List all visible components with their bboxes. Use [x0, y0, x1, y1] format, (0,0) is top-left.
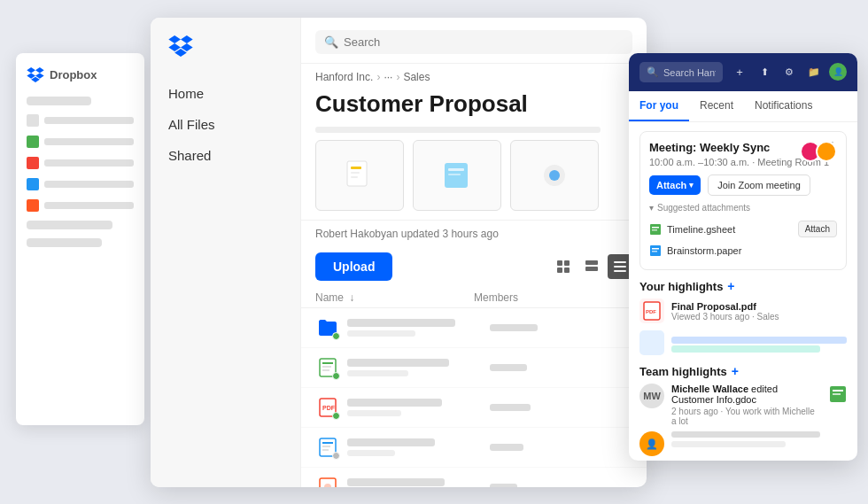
svg-rect-35: [652, 251, 657, 252]
breadcrumb-folder[interactable]: Sales: [403, 71, 430, 83]
plus-icon[interactable]: +: [730, 63, 749, 82]
sidebar-item-shared[interactable]: Shared: [151, 140, 300, 171]
status-dot: [332, 332, 340, 340]
svg-point-8: [549, 170, 560, 181]
highlight-bar-item: [639, 330, 847, 355]
search-input[interactable]: [344, 35, 624, 49]
svg-rect-25: [322, 442, 333, 444]
attachment-1-name: Timeline.gsheet: [667, 224, 735, 235]
folder-icon[interactable]: 📁: [804, 63, 824, 82]
preview-files: [301, 127, 647, 221]
right-search-input[interactable]: [663, 67, 716, 78]
bg-row-4: [27, 178, 134, 190]
your-highlights-title: Your highlights +: [639, 279, 847, 293]
file-members: [490, 324, 558, 331]
col-name-header[interactable]: Name ↓: [315, 291, 474, 304]
right-search-wrap[interactable]: 🔍: [639, 62, 723, 82]
team-highlights-title: Team highlights +: [639, 364, 847, 378]
main-panel: Home All Files Shared 🔍 Hanford Inc. › ·…: [151, 18, 647, 487]
bg-row-1: [27, 114, 134, 127]
content-area: 🔍 Hanford Inc. › ··· › Sales Customer Pr…: [301, 18, 647, 487]
join-zoom-button[interactable]: Join Zoom meeting: [708, 174, 810, 196]
svg-rect-31: [652, 227, 659, 229]
right-panel: 🔍 + ⬆ ⚙ 📁 👤 For you Recent Notifications…: [629, 53, 857, 461]
table-row[interactable]: PDF: [301, 388, 647, 428]
avatar-2: [816, 141, 837, 162]
tab-recent[interactable]: Recent: [689, 91, 744, 121]
background-panel: Dropbox: [16, 53, 144, 425]
team-highlight-item-1[interactable]: MW Michelle Wallace edited Customer Info…: [639, 384, 847, 426]
settings-icon[interactable]: ⚙: [779, 63, 799, 82]
table-header: Name ↓ Members: [301, 288, 647, 308]
svg-rect-9: [557, 260, 562, 266]
right-search-icon: 🔍: [647, 66, 659, 78]
attach-button[interactable]: Attach ▾: [649, 175, 701, 195]
svg-rect-11: [557, 268, 562, 273]
svg-rect-10: [564, 260, 570, 266]
sidebar-item-all-files[interactable]: All Files: [151, 109, 300, 140]
search-bar-container: 🔍: [301, 18, 647, 64]
svg-rect-26: [322, 446, 330, 447]
file-info: [347, 399, 483, 416]
share-icon[interactable]: ⬆: [755, 63, 774, 82]
your-highlights-plus[interactable]: +: [727, 279, 734, 293]
highlight-folder-icon: [639, 330, 664, 355]
tab-for-you[interactable]: For you: [629, 91, 689, 121]
svg-text:PDF: PDF: [322, 405, 336, 411]
file-icon-doc: [315, 435, 340, 460]
file-icon-pdf: PDF: [315, 395, 340, 420]
preview-card-2[interactable]: [413, 140, 501, 211]
highlight-bars: [671, 333, 847, 353]
team-text-bar: [671, 431, 820, 438]
bg-dropbox-logo: Dropbox: [27, 67, 134, 82]
sidebar-logo: [151, 35, 300, 78]
meeting-actions: Attach ▾ Join Zoom meeting: [649, 174, 837, 196]
file-info: [347, 319, 483, 337]
avatar-icon[interactable]: 👤: [829, 63, 847, 81]
table-row[interactable]: [301, 468, 647, 487]
attach-chevron-icon: ▾: [689, 181, 694, 190]
table-row[interactable]: [301, 308, 647, 348]
attachment-2-name: Brainstorm.paper: [667, 245, 741, 256]
search-wrap[interactable]: 🔍: [315, 30, 632, 54]
attach-small-button-1[interactable]: Attach: [798, 221, 837, 237]
svg-rect-12: [564, 268, 570, 273]
highlight-file-title: Final Proposal.pdf: [671, 301, 779, 312]
sidebar: Home All Files Shared: [151, 18, 301, 487]
highlight-item-1[interactable]: PDF Final Proposal.pdf Viewed 3 hours ag…: [639, 299, 847, 323]
table-row[interactable]: [301, 428, 647, 468]
svg-rect-34: [652, 248, 659, 250]
col-members-header[interactable]: Members: [474, 291, 554, 304]
bg-bar-3: [27, 238, 102, 247]
sidebar-item-home[interactable]: Home: [151, 78, 300, 109]
breadcrumb: Hanford Inc. › ··· › Sales: [301, 64, 647, 87]
right-header-icons: + ⬆ ⚙ 📁 👤: [730, 63, 847, 82]
preview-card-3[interactable]: [510, 140, 599, 211]
team-action-text: Michelle Wallace edited Customer Info.gd…: [671, 384, 822, 405]
tile-view-button[interactable]: [579, 254, 604, 279]
table-row[interactable]: [301, 348, 647, 388]
breadcrumb-org[interactable]: Hanford Inc.: [315, 71, 373, 83]
file-members: [490, 484, 558, 487]
file-info: [347, 478, 483, 487]
tab-notifications[interactable]: Notifications: [744, 91, 823, 121]
right-tabs: For you Recent Notifications: [629, 91, 857, 122]
team-highlights-plus[interactable]: +: [732, 364, 739, 378]
breadcrumb-sep1: ›: [376, 71, 380, 83]
upload-button[interactable]: Upload: [315, 252, 392, 281]
bg-row-5: [27, 199, 134, 212]
breadcrumb-ellipsis[interactable]: ···: [384, 71, 392, 83]
svg-rect-17: [614, 270, 626, 272]
status-dot: [332, 372, 340, 380]
team-meta: 2 hours ago · You work with Michelle a l…: [671, 407, 822, 426]
file-info: [347, 359, 483, 376]
preview-card-1[interactable]: [315, 140, 404, 211]
team-highlight-text-2: [671, 431, 847, 447]
svg-rect-21: [322, 369, 329, 371]
attachment-1: Timeline.gsheet: [649, 223, 735, 236]
breadcrumb-sep2: ›: [396, 71, 399, 83]
right-content: ✕ Meeting: Weekly Sync 10:00 a.m. –10:30…: [629, 122, 857, 461]
team-highlight-item-2[interactable]: 👤: [639, 431, 847, 456]
file-members: [490, 404, 558, 411]
grid-view-button[interactable]: [551, 254, 576, 279]
